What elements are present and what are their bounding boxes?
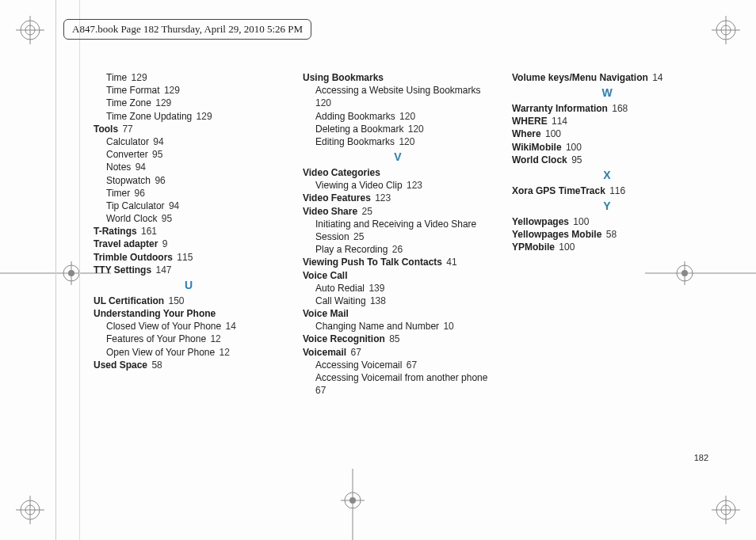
crop-mark-icon [14,14,46,46]
index-entry-page: 100 [571,216,589,227]
index-entry: Video Features 123 [303,192,493,204]
index-entry: Time Zone 129 [94,97,284,109]
index-entry-page: 129 [162,85,180,96]
index-entry-label: Initiating and Receiving a Video Share S… [315,219,476,242]
index-entry: Understanding Your Phone [94,307,284,320]
index-entry-label: TTY Settings [94,264,151,276]
index-entry-label: Time Format [106,85,160,96]
index-entry: Trimble Outdoors 115 [94,251,284,264]
index-entry-label: UL Certification [94,295,164,306]
index-entry-page: 94 [166,200,180,211]
index-entry-label: Play a Recording [315,244,388,255]
index-entry-label: Time Zone [106,97,151,108]
index-entry: Volume keys/Menu Navigation 14 [512,71,702,84]
index-entry-label: Features of Your Phone [106,333,206,344]
index-column: Time 129Time Format 129Time Zone 129Time… [94,71,284,397]
crop-mark-icon [14,494,46,526]
index-entry-page: 115 [174,252,193,263]
index-entry-label: Volume keys/Menu Navigation [512,72,648,83]
index-entry-page: 67 [348,347,361,358]
index-entry-label: Notes [106,162,131,173]
index-entry-page: 14 [223,321,236,332]
index-entry-label: Time Zone Updating [106,111,192,122]
index-entry: T-Ratings 161 [94,225,284,238]
index-entry-page: 120 [397,111,415,122]
index-entry: Yellowpages 100 [512,215,702,228]
index-entry: Auto Redial 139 [303,282,493,295]
index-letter-heading: U [94,278,284,293]
index-entry: Voice Mail [303,307,493,320]
index-entry-label: Video Features [303,192,371,203]
page-frame-line [79,0,80,540]
index-entry-page: 26 [389,244,403,255]
index-entry-page: 12 [208,333,221,344]
index-entry-label: Closed View of Your Phone [106,321,221,332]
index-entry-label: Stopwatch [106,175,151,186]
index-entry-page: 129 [153,97,171,108]
index-entry: Timer 96 [94,187,284,200]
index-entry: World Clock 95 [512,154,702,166]
index-entry: Voicemail 67 [303,346,493,359]
index-entry-label: Time [106,72,127,83]
index-entry-label: Open View of Your Phone [106,347,215,358]
index-entry: Viewing a Video Clip 123 [303,179,493,192]
index-entry-page: 25 [351,231,365,242]
index-entry: WHERE 114 [512,115,702,127]
index-entry-page: 77 [120,124,133,135]
index-entry-label: T-Ratings [94,226,137,237]
index-entry-label: Editing Bookmarks [315,136,395,147]
index-entry: Time Format 129 [94,84,284,97]
index-entry-page: 150 [166,295,184,306]
index-entry-page: 94 [132,162,146,173]
index-entry-page: 58 [603,229,617,240]
index-entry-label: World Clock [512,154,567,165]
index-entry-label: Deleting a Bookmark [315,124,403,135]
index-entry-page: 41 [444,257,457,268]
index-entry-page: 120 [396,136,414,147]
index-entry-label: Converter [106,149,148,160]
index-entry-page: 95 [150,149,163,160]
index-entry-page: 168 [609,103,628,114]
index-entry-page: 25 [359,206,372,217]
index-entry-label: Voice Mail [303,308,349,319]
index-letter-heading: X [512,168,702,183]
index-letter-heading: V [303,150,493,165]
index-entry: Stopwatch 96 [94,174,284,187]
index-entry: Calculator 94 [94,135,284,148]
index-entry: Editing Bookmarks 120 [303,135,493,148]
index-entry-label: Where [512,128,541,139]
index-entry-page: 120 [405,124,423,135]
index-entry-label: Understanding Your Phone [94,308,216,319]
index-entry: Time 129 [94,71,284,84]
index-entry-page: 96 [152,175,166,186]
index-entry: Xora GPS TimeTrack 116 [512,184,702,197]
index-entry: Travel adapter 9 [94,238,284,250]
index-entry-label: Video Share [303,206,357,217]
index-entry: Accessing Voicemail 67 [303,359,493,371]
registration-mark-icon [341,469,365,540]
index-entry-label: YPMobile [512,241,555,253]
index-content: Time 129Time Format 129Time Zone 129Time… [94,71,712,397]
index-entry: Warranty Information 168 [512,102,702,115]
index-entry-label: Yellowpages Mobile [512,229,601,240]
index-entry: Time Zone Updating 129 [94,110,284,123]
index-entry-label: WikiMobile [512,142,562,153]
index-entry: Using Bookmarks [303,71,493,84]
index-entry: Voice Call [303,269,493,282]
index-entry: YPMobile 100 [512,241,702,253]
crop-mark-icon [710,14,742,46]
index-entry: Accessing a Website Using Bookmarks 120 [303,84,493,109]
index-entry-label: Accessing a Website Using Bookmarks [315,85,481,96]
index-entry-label: Accessing Voicemail [315,359,402,371]
index-entry-label: Timer [106,188,130,199]
index-entry: Used Space 58 [94,359,284,371]
index-entry-page: 116 [607,185,625,196]
index-entry: Tip Calculator 94 [94,200,284,212]
index-column: Using BookmarksAccessing a Website Using… [303,71,493,397]
index-entry-label: Yellowpages [512,216,569,227]
index-entry-label: Trimble Outdoors [94,252,173,263]
index-entry-label: World Clock [106,213,157,224]
index-entry-page: 95 [158,213,172,224]
index-entry-page: 114 [549,116,567,127]
index-entry-label: WHERE [512,116,548,127]
